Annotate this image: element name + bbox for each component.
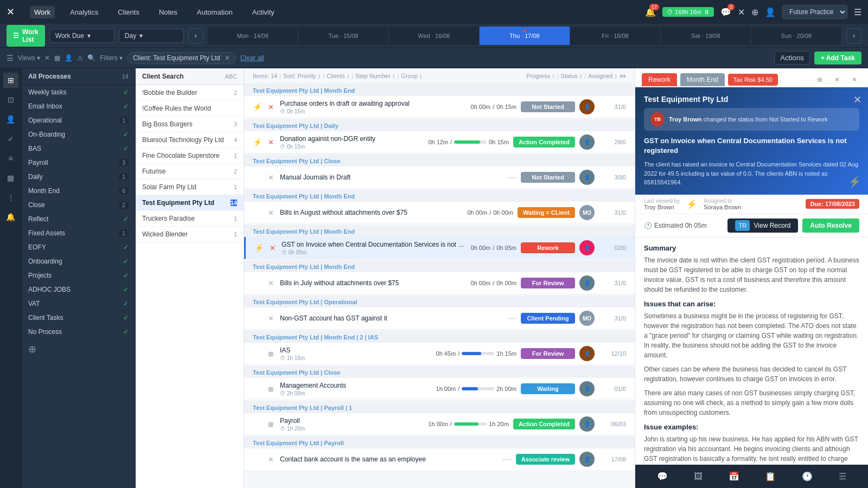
work-due-select[interactable]: Work Due ▾ [49, 29, 114, 43]
process-daily[interactable]: Daily 1 [22, 170, 135, 184]
sort-priority[interactable]: Sort: Priority ↕ [283, 73, 321, 79]
toolbar-icon-table[interactable]: ▦ [54, 54, 60, 62]
client-sort-label[interactable]: ABC [225, 73, 237, 80]
add-icon[interactable]: ⊕ [751, 7, 758, 17]
task-row-contact-bank[interactable]: ⚡ ✕ Contact bank account is the same as … [244, 448, 635, 471]
task-row-payroll[interactable]: ⚡ ▦ Payroll ⏱ 1h 20m 1h 00m / 1h 20m Act… [244, 413, 635, 435]
detail-close-panel-icon[interactable]: ✕ [847, 73, 861, 87]
toolbar-icon-list[interactable]: ☰ [7, 54, 14, 62]
toolbar-icon-person[interactable]: 👤 [65, 54, 73, 62]
date-tab-thu[interactable]: Thu · 17/08 [480, 27, 570, 45]
timer-badge[interactable]: ⏱ 169h 16m ⏸ [662, 7, 714, 17]
client-bluesoul[interactable]: Bluesoul Technology Pty Ltd 4 [136, 132, 244, 148]
clear-all-link[interactable]: Clear all [240, 54, 264, 62]
work-list-tab[interactable]: ☰ WorkList [7, 25, 45, 47]
process-payroll[interactable]: Payroll 3 [22, 156, 135, 170]
process-projects[interactable]: Projects ✓ [22, 268, 135, 282]
sort-status[interactable]: Status ↕ [561, 73, 583, 79]
process-weekly-tasks[interactable]: Weekly tasks ✓ [22, 85, 135, 99]
process-client-tasks[interactable]: Client Tasks ✓ [22, 311, 135, 325]
detail-tab-month-end[interactable]: Month End [680, 73, 725, 86]
process-onboarding-old[interactable]: On-Boarding ✓ [22, 127, 135, 142]
bottom-bar-icon-4[interactable]: 📋 [761, 469, 780, 484]
process-fixed-assets[interactable]: Fixed Assets 1 [22, 226, 135, 240]
sort-step[interactable]: Step Number ↕ [355, 73, 395, 79]
toolbar-filters[interactable]: Filters ▾ [100, 54, 123, 62]
client-futurise[interactable]: Futurise 2 [136, 164, 244, 179]
collapse-icon[interactable]: ⇔ [620, 72, 626, 80]
sidebar-dots-icon[interactable]: ⋮ [3, 190, 18, 205]
detail-tab-tax-risk[interactable]: Tax Risk $4.50 [728, 74, 778, 86]
task-row-manual-journals[interactable]: ⚡ ✕ Manual Journals in Draft — Not Start… [244, 166, 635, 189]
nav-automation[interactable]: Automation [193, 6, 237, 18]
client-fine-choc[interactable]: Fine Chocolate Superstore 1 [136, 148, 244, 164]
prev-arrow[interactable]: ‹ [188, 28, 203, 43]
process-vat[interactable]: VAT ✓ [22, 297, 135, 311]
process-operational[interactable]: Operational 1 [22, 113, 135, 127]
actions-button[interactable]: Actions [774, 51, 810, 65]
client-test-equip[interactable]: Test Equipment Pty Ltd 14 [136, 195, 244, 211]
task-row-gst[interactable]: ⚡ ✕ GST on Invoice when Central Document… [244, 237, 635, 259]
workspace-select[interactable]: Future Practice [782, 5, 847, 19]
add-task-button[interactable]: + Add Task [814, 52, 861, 65]
bottom-bar-icon-1[interactable]: 💬 [653, 469, 672, 484]
user-icon[interactable]: 👤 [765, 7, 776, 17]
client-filter-chip[interactable]: Client: Test Equipment Pty Ltd ✕ [127, 52, 236, 64]
process-eofy[interactable]: EOFY ✓ [22, 240, 135, 254]
add-process-btn[interactable]: ⊕ [22, 339, 135, 359]
nav-notes[interactable]: Notes [155, 6, 182, 18]
client-bobbie[interactable]: !Bobbie the Builder 2 [136, 85, 244, 101]
detail-close-x-icon[interactable]: ✕ [830, 73, 844, 87]
sidebar-check-icon[interactable]: ✓ [3, 131, 18, 146]
toolbar-icon-alert[interactable]: ⚠ [77, 54, 83, 62]
process-bas[interactable]: BAS ✓ [22, 142, 135, 156]
process-reflect[interactable]: Reflect ✓ [22, 212, 135, 226]
next-arrow[interactable]: › [846, 28, 861, 43]
sidebar-bell-icon[interactable]: 🔔 [3, 209, 18, 224]
nav-clients[interactable]: Clients [113, 6, 144, 18]
detail-tab-rework[interactable]: Rework [642, 73, 677, 86]
toolbar-icon-views[interactable]: Views ▾ [18, 54, 40, 62]
process-onboarding[interactable]: Onboarding ✓ [22, 254, 135, 268]
process-close[interactable]: Close 2 [22, 198, 135, 212]
bottom-bar-icon-5[interactable]: 🕐 [797, 469, 817, 484]
task-row-donation[interactable]: ⚡ ✕ Donation against non-DGR entity ⏱ 0h… [244, 131, 635, 153]
nav-activity[interactable]: Activity [248, 6, 279, 18]
day-select[interactable]: Day ▾ [119, 29, 184, 43]
bottom-bar-icon-6[interactable]: ☰ [834, 469, 851, 484]
sort-progress[interactable]: Progress ↕ [526, 73, 555, 79]
date-tab-tue[interactable]: Tue · 15/08 [298, 27, 389, 45]
bottom-bar-icon-3[interactable]: 📅 [724, 469, 744, 484]
detail-banner-x-icon[interactable]: ✕ [853, 94, 861, 106]
messages-icon[interactable]: 💬2 [720, 7, 731, 17]
sort-group[interactable]: Group ↕ [401, 73, 422, 79]
task-row-non-gst[interactable]: ⚡ ✕ Non-GST account has GST against it —… [244, 307, 635, 330]
client-solar[interactable]: Solar Farm Pty Ltd 1 [136, 179, 244, 195]
task-row-purchase-orders[interactable]: ⚡ ✕ Purchase orders in draft or awaiting… [244, 96, 635, 118]
nav-work[interactable]: Work [30, 6, 55, 18]
toolbar-icon-x[interactable]: ✕ [44, 54, 50, 62]
process-month-end[interactable]: Month End 6 [22, 184, 135, 198]
auto-resolve-button[interactable]: Auto Resolve [802, 219, 859, 233]
date-tab-sat[interactable]: Sat · 19/08 [661, 27, 751, 45]
client-wicked[interactable]: Wicked Blender 1 [136, 227, 244, 242]
notifications-icon[interactable]: 🔔17 [645, 7, 656, 17]
close-icon[interactable]: ✕ [738, 7, 745, 17]
process-no-process[interactable]: No Process ✓ [22, 325, 135, 339]
nav-analytics[interactable]: Analytics [66, 6, 103, 18]
sidebar-bar-icon[interactable]: ▦ [3, 170, 18, 185]
filter-close-icon[interactable]: ✕ [225, 54, 230, 62]
view-record-button[interactable]: TR View Record [727, 219, 798, 233]
date-tab-wed[interactable]: Wed · 16/08 [389, 27, 480, 45]
date-tab-mon[interactable]: Mon · 14/08 [208, 27, 298, 45]
client-coffee[interactable]: !Coffee Rules the World [136, 101, 244, 117]
menu-icon[interactable]: ☰ [854, 7, 861, 17]
bottom-bar-icon-2[interactable]: 🖼 [690, 470, 707, 484]
client-truckers[interactable]: Truckers Paradise 1 [136, 211, 244, 227]
date-tab-fri[interactable]: Fri · 18/08 [570, 27, 661, 45]
sort-assigned[interactable]: Assigned ↕ [588, 73, 617, 79]
task-row-mgmt-accounts[interactable]: ⚡ ▦ Management Accounts ⏱ 2h 00m 1h 00m … [244, 378, 635, 400]
sidebar-grid-icon[interactable]: ⊡ [3, 92, 18, 107]
date-tab-sun[interactable]: Sun · 20/08 [751, 27, 842, 45]
sidebar-person-icon[interactable]: 👤 [3, 112, 18, 127]
